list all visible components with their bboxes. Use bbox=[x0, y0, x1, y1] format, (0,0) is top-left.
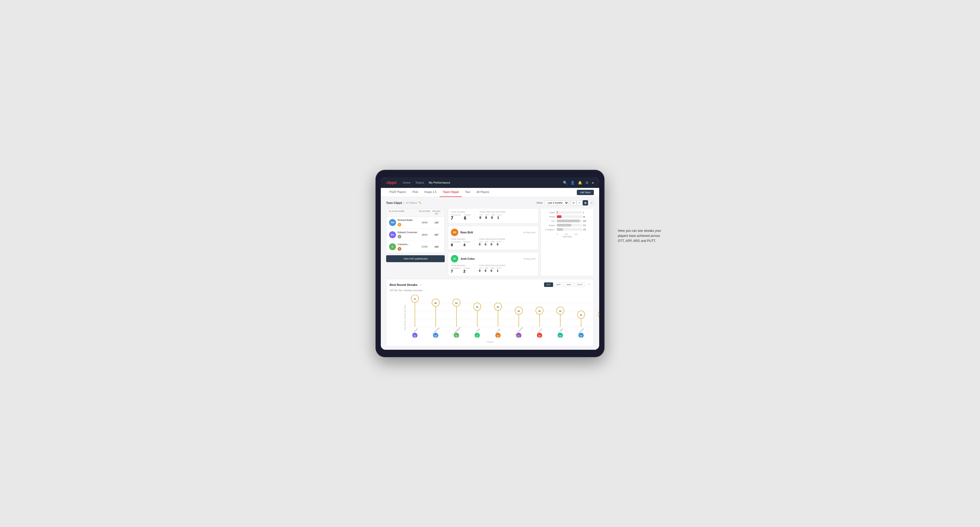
bar-value-pars: 499 bbox=[583, 220, 591, 222]
streak-svg-chart: 0 2 4 6 8 7x 6x bbox=[406, 295, 599, 338]
svg-text:4x: 4x bbox=[538, 310, 541, 312]
bar-value-bogeys: 311 bbox=[583, 224, 591, 226]
bell-icon[interactable]: 🔔 bbox=[578, 181, 582, 185]
subtitle-text: Off The Tee bbox=[390, 289, 402, 292]
player-avatar: RB bbox=[389, 219, 396, 226]
search-icon[interactable]: 🔍 bbox=[563, 181, 567, 185]
sub-nav-hcaps[interactable]: Hcaps 1-5 bbox=[421, 188, 440, 197]
view-list-btn[interactable]: ≡ bbox=[577, 200, 582, 205]
sub-nav-pga[interactable]: PGA bbox=[409, 188, 421, 197]
edit-icon[interactable]: ✏️ bbox=[418, 202, 422, 204]
practice-stat: Practice 2 bbox=[463, 267, 470, 273]
rounds-values: Tournament 8 Practice 4 bbox=[451, 241, 470, 247]
arg-stat: ARG 0 bbox=[490, 267, 495, 272]
streaks-title-row: Best Round Streaks ← bbox=[390, 283, 423, 287]
sub-nav-team-clippd[interactable]: Team Clippd bbox=[440, 188, 462, 197]
svg-text:BF: BF bbox=[538, 335, 541, 337]
table-row[interactable]: EC Edward Crossman 2 18/20 107 bbox=[387, 229, 444, 241]
app-stat: APP 0 bbox=[485, 214, 489, 220]
tab-ott[interactable]: OTT bbox=[544, 283, 553, 287]
practice-stat: Practice 4 bbox=[463, 241, 470, 247]
streaks-section: Best Round Streaks ← OTT APP ARG PUTT → bbox=[386, 279, 594, 346]
settings-icon[interactable]: ⚙ bbox=[585, 181, 589, 185]
tournament-label: Tournament bbox=[451, 241, 461, 243]
sub-nav-all-players[interactable]: All Players bbox=[474, 188, 492, 197]
tournament-label: Tournament bbox=[451, 267, 461, 269]
table-row[interactable]: RB Richard Butler 1 19/20 110 bbox=[387, 217, 444, 229]
player-name: Josh Coles bbox=[460, 257, 474, 260]
bar-value-dbogeys: 131 bbox=[583, 229, 591, 230]
rounds-values: Tournament 7 Practice 6 bbox=[451, 214, 471, 221]
leaderboard-table: PLAYER NAME PB SCORE PB AVG SQ RB Richar… bbox=[386, 208, 445, 253]
player-avatar: EC bbox=[389, 231, 396, 238]
bar-label-bogeys: Bogeys bbox=[544, 224, 557, 226]
svg-text:5x: 5x bbox=[476, 306, 479, 308]
activities-values: OTT 0 APP 0 bbox=[479, 267, 505, 272]
arg-stat: ARG 0 bbox=[491, 214, 495, 220]
table-row[interactable]: C Cameron... 3 17/20 103 bbox=[387, 241, 444, 253]
arg-stat: ARG 0 bbox=[490, 241, 495, 246]
chart-title: Total Shots bbox=[544, 236, 591, 238]
nav-home[interactable]: Home bbox=[402, 181, 410, 184]
practice-value: 6 bbox=[464, 216, 471, 221]
sub-nav-tour[interactable]: Tour bbox=[462, 188, 473, 197]
bar-track-birdies bbox=[557, 215, 582, 218]
col-pb-score: PB SCORE bbox=[418, 210, 431, 215]
activities-label: Total Practice Activities bbox=[479, 265, 505, 267]
ott-stat: OTT 0 bbox=[479, 241, 482, 246]
tab-app[interactable]: APP bbox=[554, 283, 563, 287]
arg-value: 0 bbox=[490, 269, 495, 272]
card-date: 02 Sep 2023 bbox=[523, 231, 536, 234]
annotation-arrow-right: → bbox=[587, 283, 590, 287]
player-info: Cameron... 3 bbox=[398, 243, 418, 251]
practice-value: 4 bbox=[463, 243, 470, 247]
view-card-btn[interactable]: ▦ bbox=[583, 200, 588, 205]
arg-label: ARG bbox=[490, 241, 495, 243]
bar-label-birdies: Birdies bbox=[544, 216, 557, 218]
svg-text:EE: EE bbox=[414, 335, 416, 337]
player-score: 18/20 bbox=[418, 233, 431, 236]
nav-bar: clippd Home Teams My Performance 🔍 👤 🔔 ⚙… bbox=[381, 177, 599, 188]
svg-text:BM: BM bbox=[434, 335, 437, 337]
show-select[interactable]: Last 3 monthsLast 6 monthsLast year bbox=[545, 200, 569, 205]
user-icon[interactable]: 👤 bbox=[570, 181, 575, 185]
activities-values: OTT 0 APP 0 bbox=[479, 241, 505, 246]
arg-value: 0 bbox=[491, 216, 495, 220]
card-stats: Total Rounds Tournament 7 Practice bbox=[451, 265, 536, 273]
nav-teams[interactable]: Teams bbox=[415, 181, 424, 184]
player-count: | bbox=[403, 202, 404, 204]
player-score: 17/20 bbox=[418, 245, 431, 248]
bar-chart-container: Eagles 3 Birdies bbox=[544, 211, 591, 251]
player-avg: 110 bbox=[431, 221, 442, 224]
sub-nav-pgat[interactable]: PGAT Players bbox=[386, 188, 409, 197]
practice-label: Practice bbox=[464, 214, 471, 216]
total-rounds-label: Total Rounds bbox=[451, 238, 470, 240]
putt-label: PUTT bbox=[497, 214, 502, 216]
app-label: APP bbox=[485, 267, 488, 269]
view-table-btn[interactable]: ⬜ bbox=[589, 200, 594, 205]
bar-row-birdies: Birdies 96 bbox=[544, 215, 591, 218]
tab-arg[interactable]: ARG bbox=[564, 283, 574, 287]
leaderboard-panel: PLAYER NAME PB SCORE PB AVG SQ RB Richar… bbox=[386, 208, 445, 276]
putt-value: 1 bbox=[497, 269, 501, 272]
svg-text:MM: MM bbox=[559, 335, 562, 337]
two-column-layout: PLAYER NAME PB SCORE PB AVG SQ RB Richar… bbox=[386, 208, 594, 276]
view-full-leaderboard-button[interactable]: View Full Leaderboard bbox=[386, 255, 445, 262]
subtitle-italic: Fairway Accuracy bbox=[403, 289, 422, 292]
player-avatar: JC bbox=[451, 255, 458, 262]
col-player-name: PLAYER NAME bbox=[389, 210, 418, 215]
bar-track-pars bbox=[557, 220, 582, 222]
app-value: 0 bbox=[485, 243, 488, 246]
profile-icon[interactable]: ● bbox=[592, 181, 594, 185]
tournament-value: 8 bbox=[451, 243, 461, 247]
ott-stat: OTT 0 bbox=[479, 267, 482, 272]
tab-putt[interactable]: PUTT bbox=[575, 283, 585, 287]
app-logo: clippd bbox=[386, 181, 396, 185]
practice-value: 2 bbox=[463, 269, 470, 273]
player-info: Richard Butler 1 bbox=[398, 219, 418, 227]
nav-links: Home Teams My Performance bbox=[402, 181, 557, 184]
add-team-button[interactable]: Add Team bbox=[577, 190, 594, 195]
svg-text:C. Quick: C. Quick bbox=[599, 328, 599, 334]
view-grid-btn[interactable]: ⊞ bbox=[571, 200, 576, 205]
nav-performance[interactable]: My Performance bbox=[429, 181, 450, 184]
